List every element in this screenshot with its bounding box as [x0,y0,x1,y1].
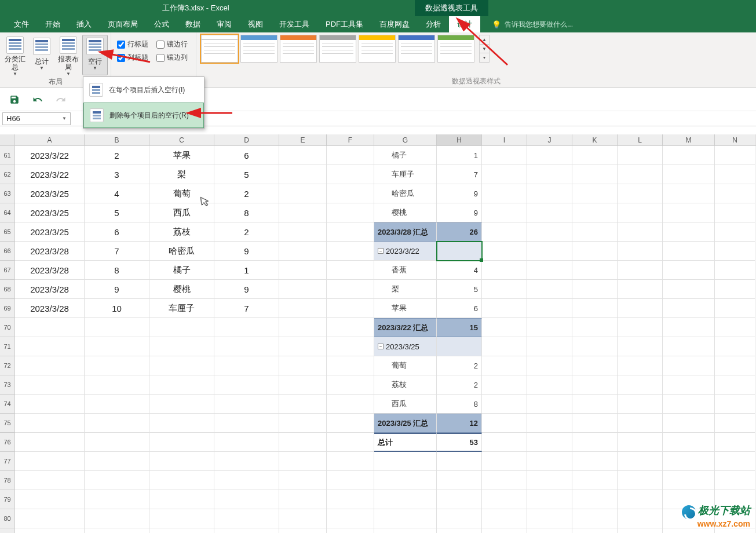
cell[interactable] [482,356,527,375]
cell[interactable] [715,299,755,318]
column-header[interactable]: H [437,134,482,145]
cell[interactable]: −2023/3/25 [374,337,437,356]
column-header[interactable]: M [663,134,715,145]
cell[interactable] [85,318,149,337]
cell[interactable] [663,242,715,261]
cell[interactable] [279,395,327,414]
cell[interactable] [572,146,618,165]
cell[interactable] [374,490,437,509]
cell[interactable] [715,242,755,261]
cell[interactable] [618,433,663,452]
cell[interactable]: 5 [85,203,149,222]
cell[interactable] [618,203,663,222]
cell[interactable] [279,165,327,184]
cell[interactable] [618,261,663,280]
cell[interactable]: 2023/3/22 [15,165,85,184]
cell[interactable] [663,375,715,395]
cell[interactable] [527,509,572,528]
cell[interactable]: 5 [437,280,482,299]
cell[interactable] [327,356,374,375]
cell[interactable] [149,337,214,356]
cell[interactable]: 葡萄 [374,356,437,375]
cell[interactable] [15,395,85,414]
tab-file[interactable]: 文件 [6,16,37,32]
cell[interactable] [327,528,374,533]
cell[interactable]: 2023/3/25 [15,203,85,222]
cell[interactable] [527,222,572,242]
cell[interactable] [482,375,527,395]
cell[interactable] [482,242,527,261]
cell[interactable] [572,356,618,375]
cell[interactable] [663,433,715,452]
cell[interactable]: 5 [214,165,279,184]
cell[interactable] [715,337,755,356]
cell[interactable] [482,414,527,433]
cell[interactable]: 8 [214,203,279,222]
cell[interactable] [618,146,663,165]
cell[interactable] [572,490,618,509]
cell[interactable] [663,146,715,165]
cell[interactable] [618,395,663,414]
cell[interactable] [279,433,327,452]
pivot-style-thumb[interactable] [398,35,435,63]
cell[interactable] [663,222,715,242]
cell[interactable] [618,280,663,299]
cell[interactable] [572,414,618,433]
banded-rows-checkbox[interactable]: 镶边行 [156,39,188,49]
cell[interactable]: 6 [214,146,279,165]
cell[interactable]: 樱桃 [374,203,437,222]
cell[interactable] [482,280,527,299]
spreadsheet-grid[interactable]: ABCDEFGHIJKLMN 612023/3/222苹果6橘子1622023/… [0,134,756,533]
cell[interactable] [214,337,279,356]
cell[interactable]: 7 [85,242,149,261]
cell[interactable] [279,261,327,280]
redo-button[interactable] [53,92,68,107]
pivot-style-thumb[interactable] [240,35,277,63]
row-header[interactable]: 80 [0,509,15,528]
cell[interactable] [715,261,755,280]
cell[interactable]: 10 [85,299,149,318]
cell[interactable] [715,222,755,242]
column-header[interactable]: A [15,134,85,145]
tab-baidu-netdisk[interactable]: 百度网盘 [371,16,418,32]
cell[interactable] [214,433,279,452]
cell[interactable] [214,490,279,509]
cell[interactable] [437,337,482,356]
cell[interactable] [279,452,327,471]
collapse-icon[interactable]: − [378,344,384,349]
cell[interactable]: 9 [437,203,482,222]
cell[interactable] [279,203,327,222]
cell[interactable] [572,261,618,280]
cell[interactable]: 7 [214,299,279,318]
cell[interactable]: 2 [214,184,279,203]
cell[interactable] [482,165,527,184]
collapse-icon[interactable]: − [378,248,384,254]
cell[interactable] [279,528,327,533]
cell[interactable] [482,509,527,528]
cell[interactable]: 2023/3/25 汇总 [374,414,437,433]
column-header[interactable]: E [279,134,327,145]
cell[interactable] [327,280,374,299]
cell[interactable] [15,356,85,375]
cell[interactable] [618,318,663,337]
cell[interactable] [663,337,715,356]
row-header[interactable]: 71 [0,337,15,356]
report-layout-button[interactable]: 报表布局 ▼ [56,35,81,75]
cell[interactable] [527,414,572,433]
cell[interactable] [437,471,482,490]
row-header[interactable]: 70 [0,318,15,337]
row-header[interactable]: 67 [0,261,15,280]
row-headers-checkbox[interactable]: 行标题 [117,39,148,49]
cell[interactable]: 15 [437,318,482,337]
cell[interactable] [279,222,327,242]
cell[interactable] [327,375,374,395]
cell[interactable] [279,375,327,395]
cell[interactable] [527,165,572,184]
cell[interactable] [715,414,755,433]
cell[interactable] [482,222,527,242]
cell[interactable] [15,528,85,533]
cell[interactable] [85,509,149,528]
cell[interactable] [715,395,755,414]
pivot-style-thumb[interactable] [201,35,238,63]
cell[interactable] [327,222,374,242]
